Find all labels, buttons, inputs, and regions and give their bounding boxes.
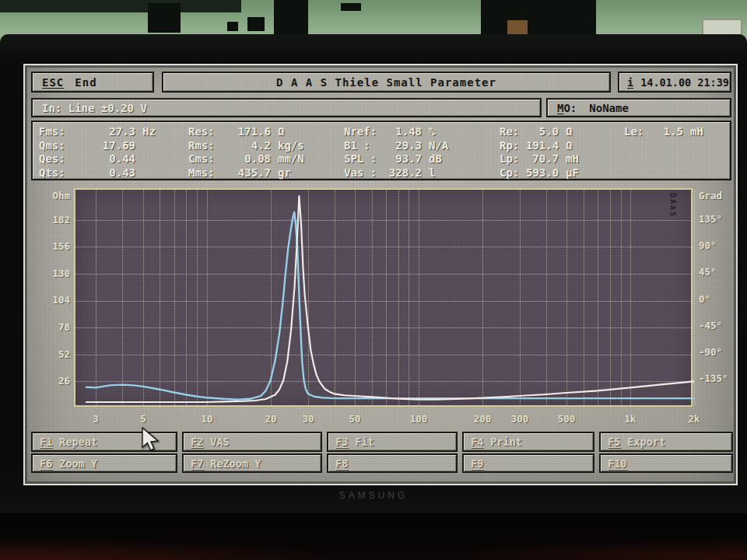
x-tick: 10 (194, 413, 220, 425)
esc-key-label: ESC (42, 76, 64, 89)
param-qms: Qms:17.69 (39, 139, 188, 153)
param-cp: Cp:593.0µF (500, 166, 624, 180)
y-axis-left-unit: Ohm (34, 190, 70, 201)
esc-end-button[interactable]: ESC End (31, 72, 154, 93)
x-tick: 50 (342, 413, 368, 425)
y-tick-right: -90° (699, 346, 735, 358)
memory-select-control[interactable]: MO: NoName (546, 98, 731, 117)
mo-label: O: (563, 102, 577, 114)
y-tick-left: 78 (34, 321, 70, 333)
y-tick-left: 130 (34, 268, 70, 279)
end-label: End (75, 76, 96, 89)
x-tick: 1k (617, 413, 644, 425)
param-empty (624, 166, 730, 180)
fkey-action-label: Export (627, 436, 665, 448)
fkey-label: F7 (191, 457, 203, 470)
fkey-action-label: VAS (210, 436, 229, 448)
info-icon: i (627, 76, 633, 89)
param-empty (624, 139, 730, 153)
shelf-object (227, 22, 238, 31)
fkey-label: F2 (191, 436, 203, 448)
param-rms: Rms:4.2kg/s (188, 139, 344, 153)
y-tick-right: -45° (699, 320, 735, 331)
input-level-control[interactable]: In: Line ±0.20 V (31, 98, 542, 117)
param-rp: Rp:191.4Ω (500, 139, 624, 153)
param-re: Re:5.0Ω (500, 125, 624, 139)
x-tick: 100 (405, 413, 432, 425)
fkey-button-f10[interactable]: F10 (599, 453, 733, 473)
y-tick-right: 0° (699, 293, 735, 305)
param-qes: Qes:0.44 (39, 152, 188, 166)
fkey-action-label: ReZoom Y (210, 457, 261, 470)
fkey-button-f1[interactable]: F1Repeat (31, 432, 177, 452)
y-tick-right: 45° (699, 266, 735, 278)
fkey-action-label: Fit (355, 436, 374, 448)
crt-screen: ESC End D A A S Thiele Small Parameter i… (23, 64, 738, 485)
desk-shadow (0, 513, 747, 560)
y-tick-right: 135° (699, 213, 735, 225)
monitor-brand-logo: SAMSUNG (0, 490, 747, 501)
window-title: D A A S Thiele Small Parameter (162, 72, 611, 93)
mo-hotkey: M (557, 102, 563, 114)
param-le: Le:1.5mH (624, 125, 730, 139)
x-tick: 2k (681, 413, 707, 425)
param-cms: Cms:0.08mm/N (188, 152, 344, 166)
fkey-label: F6 (40, 457, 52, 470)
curve-impedance (86, 196, 694, 402)
daas-watermark: DAAS (668, 193, 677, 218)
shelf-object (247, 17, 265, 31)
x-tick: 3 (82, 413, 109, 425)
fkey-label: F8 (335, 457, 348, 470)
param-b1: B1 :29.3N/A (344, 139, 500, 153)
y-tick-right: -135° (699, 373, 735, 384)
curve-phase (86, 212, 694, 400)
fkey-button-f3[interactable]: F3Fit (327, 432, 458, 452)
fkey-label: F5 (608, 436, 620, 448)
x-tick: 200 (469, 413, 496, 425)
curves-layer (75, 190, 694, 408)
param-mms: Mms:435.7gr (188, 166, 344, 180)
x-tick: 5 (130, 413, 156, 425)
memory-name-value: NoName (589, 102, 629, 114)
info-datetime-button[interactable]: i 14.01.00 21:39 (618, 72, 731, 93)
x-tick: 500 (553, 413, 580, 425)
y-tick-left: 52 (34, 348, 70, 360)
fkey-action-label: Print (490, 436, 522, 448)
fkey-label: F9 (471, 457, 483, 470)
fkey-label: F10 (608, 457, 626, 470)
fkey-label: F1 (40, 436, 52, 448)
datetime-label: 14.01.00 21:39 (640, 76, 729, 89)
impedance-plot-area: DAAS (74, 188, 693, 407)
cabinet-silhouette (481, 0, 596, 36)
x-tick: 30 (295, 413, 321, 425)
y-axis-right-unit: Grad (699, 190, 735, 201)
gridline-v (694, 190, 695, 405)
photo-scene: SAMSUNG ESC End D A A S Thiele Small Par… (0, 0, 747, 560)
y-tick-left: 182 (34, 214, 70, 226)
fkey-action-label: Zoom Y (59, 457, 97, 470)
fkey-button-f6[interactable]: F6Zoom Y (31, 453, 177, 473)
parameter-panel: Fms:27.3HzRes:171.6ΩNref:1.48%Re:5.0ΩLe:… (31, 121, 731, 180)
wooden-box (507, 20, 528, 34)
fkey-button-f7[interactable]: F7ReZoom Y (182, 453, 322, 473)
wall-vent (702, 19, 742, 36)
y-tick-left: 156 (34, 240, 70, 252)
fkey-button-f9[interactable]: F9 (462, 453, 594, 473)
fkey-button-f2[interactable]: F2VAS (182, 432, 322, 452)
fkey-button-f5[interactable]: F5Export (599, 432, 733, 452)
param-vas: Vas :328.2l (344, 166, 500, 180)
ceiling-shadow (0, 0, 241, 12)
param-lp: Lp:70.7mH (500, 152, 624, 166)
param-qts: Qts:0.43 (39, 166, 188, 180)
fkey-action-label: Repeat (59, 436, 97, 448)
param-empty (624, 152, 730, 166)
fkey-button-f8[interactable]: F8 (327, 453, 458, 473)
fkey-button-f4[interactable]: F4Print (462, 432, 594, 452)
speaker-silhouette (148, 3, 181, 33)
fkey-label: F4 (471, 436, 483, 448)
shelf-object (341, 3, 361, 11)
x-tick: 20 (258, 413, 284, 425)
param-nref: Nref:1.48% (344, 125, 500, 139)
x-tick: 300 (507, 413, 533, 425)
fkey-label: F3 (335, 436, 348, 448)
